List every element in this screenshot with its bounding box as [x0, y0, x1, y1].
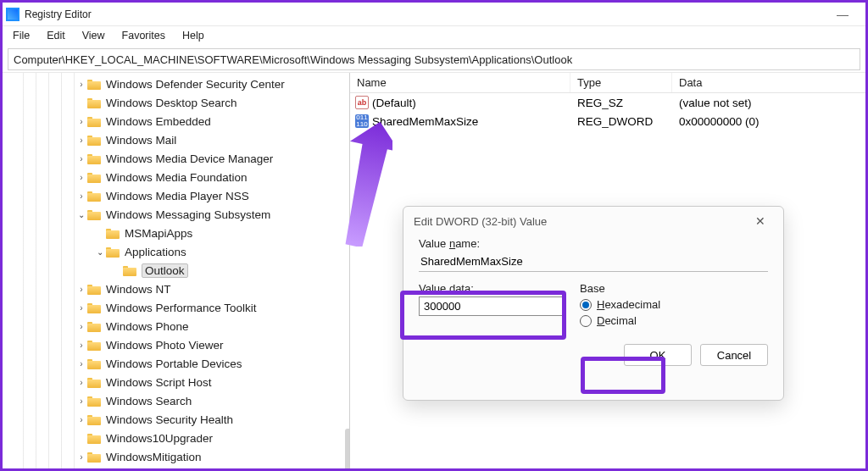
menu-favorites[interactable]: Favorites — [114, 28, 174, 43]
tree-pane: ›Windows Defender Security CenterWindows… — [3, 73, 350, 471]
menu-help[interactable]: Help — [174, 28, 213, 43]
value-name-label: Value name: — [419, 237, 768, 252]
tree-item[interactable]: ›Windows Photo Viewer — [3, 335, 349, 354]
tree-item[interactable]: ›Windows Defender Security Center — [3, 75, 349, 93]
tree-item[interactable]: ›Windows Media Foundation — [3, 168, 349, 186]
tree-item[interactable]: ›Windows Embedded — [3, 112, 349, 130]
edit-dword-dialog: Edit DWORD (32-bit) Value ✕ Value name: … — [403, 206, 784, 401]
value-name: SharedMemMaxSize — [372, 115, 478, 128]
chevron-right-icon[interactable]: › — [75, 136, 87, 145]
folder-icon — [106, 227, 121, 239]
ok-button[interactable]: OK — [624, 344, 692, 366]
tree-item-label: Windows Mail — [106, 134, 176, 147]
value-row[interactable]: 011110SharedMemMaxSizeREG_DWORD0x0000000… — [350, 112, 865, 130]
tree-item-label: Windows Security Health — [106, 413, 233, 426]
tree-item[interactable]: ›WindowsMitigation — [3, 447, 349, 466]
value-row[interactable]: ab(Default)REG_SZ(value not set) — [350, 93, 865, 112]
folder-icon — [87, 190, 103, 202]
col-name-header[interactable]: Name — [350, 73, 570, 92]
base-group-label: Base — [580, 282, 660, 295]
radio-decimal[interactable]: Decimal — [580, 314, 660, 327]
tree-item[interactable]: ›Windows Security Health — [3, 410, 349, 429]
chevron-right-icon[interactable]: › — [75, 322, 87, 331]
menu-view[interactable]: View — [74, 28, 114, 43]
tree-item[interactable]: MSMapiApps — [3, 224, 349, 242]
folder-icon — [87, 152, 103, 164]
folder-icon — [87, 171, 103, 183]
folder-icon — [106, 246, 121, 258]
chevron-right-icon[interactable]: › — [75, 341, 87, 350]
tree-item-label: Outlook — [142, 263, 188, 278]
tree-item[interactable]: ›Windows Search — [3, 391, 349, 410]
tree-item[interactable]: ›Windows Media Player NSS — [3, 186, 349, 205]
value-name: (Default) — [372, 97, 416, 109]
tree-item[interactable]: ›Windows Portable Devices — [3, 354, 349, 373]
tree-item[interactable]: ›Windows Performance Toolkit — [3, 298, 349, 317]
tree-item-label: Windows Photo Viewer — [106, 339, 224, 352]
folder-icon — [87, 78, 103, 90]
folder-icon — [87, 413, 103, 425]
col-data-header[interactable]: Data — [672, 73, 865, 92]
folder-icon — [87, 376, 103, 388]
menu-edit[interactable]: Edit — [38, 28, 74, 43]
tree-item-label: Windows Script Host — [106, 376, 212, 389]
chevron-right-icon[interactable]: › — [75, 303, 87, 313]
app-icon — [6, 8, 19, 21]
tree-item-label: WindowsMitigation — [106, 451, 202, 463]
title-bar: Registry Editor — — [3, 3, 865, 26]
folder-icon — [123, 264, 138, 276]
chevron-right-icon[interactable]: › — [75, 285, 87, 294]
registry-tree[interactable]: ›Windows Defender Security CenterWindows… — [3, 73, 349, 471]
chevron-right-icon[interactable]: › — [75, 415, 87, 424]
tree-item[interactable]: ⌄Windows Messaging Subsystem — [3, 205, 349, 224]
menu-file[interactable]: File — [4, 28, 38, 43]
value-data-label: Value data: — [419, 282, 563, 296]
dialog-title: Edit DWORD (32-bit) Value — [414, 215, 547, 228]
tree-item[interactable]: Outlook — [3, 261, 349, 280]
tree-item[interactable]: ›Windows Script Host — [3, 373, 349, 391]
tree-item[interactable]: ›Windows Phone — [3, 317, 349, 335]
chevron-right-icon[interactable]: › — [75, 396, 87, 406]
dword-value-icon: 011110 — [355, 114, 369, 128]
tree-item[interactable]: ⌄Applications — [3, 242, 349, 261]
tree-item[interactable]: Windows Desktop Search — [3, 93, 349, 112]
value-type: REG_SZ — [570, 97, 672, 109]
value-data: 0x00000000 (0) — [672, 115, 865, 128]
chevron-right-icon[interactable]: › — [75, 378, 87, 387]
radio-hexadecimal[interactable]: Hexadecimal — [580, 298, 660, 311]
folder-icon — [87, 395, 103, 407]
list-body: ab(Default)REG_SZ(value not set)011110Sh… — [350, 93, 865, 130]
chevron-right-icon[interactable]: › — [75, 452, 87, 462]
folder-icon — [87, 134, 103, 146]
tree-item-label: Windows NT — [106, 283, 171, 296]
chevron-right-icon[interactable]: › — [75, 173, 87, 182]
chevron-right-icon[interactable]: › — [75, 359, 87, 368]
address-bar[interactable]: Computer\HKEY_LOCAL_MACHINE\SOFTWARE\Mic… — [8, 48, 860, 70]
chevron-right-icon[interactable]: › — [75, 191, 87, 201]
tree-item-label: Windows Defender Security Center — [106, 78, 285, 91]
cancel-button[interactable]: Cancel — [700, 344, 768, 366]
tree-item-label: Windows Search — [106, 395, 192, 407]
value-data-input[interactable] — [419, 296, 563, 316]
chevron-right-icon[interactable]: › — [75, 154, 87, 163]
tree-item[interactable]: ›Windows Media Device Manager — [3, 149, 349, 168]
tree-item[interactable]: ›Windows NT — [3, 280, 349, 298]
chevron-down-icon[interactable]: ⌄ — [75, 210, 87, 219]
chevron-right-icon[interactable]: › — [75, 117, 87, 126]
close-icon[interactable]: ✕ — [748, 214, 773, 228]
value-name-field — [419, 252, 768, 272]
radio-icon — [580, 299, 592, 311]
tree-item-label: Windows Portable Devices — [106, 357, 242, 370]
tree-item[interactable]: ›Windows Mail — [3, 130, 349, 149]
tree-item[interactable]: ›WindowsRuntime — [3, 466, 349, 471]
chevron-right-icon[interactable]: › — [75, 80, 87, 89]
tree-item-label: Windows Desktop Search — [106, 97, 237, 109]
tree-item[interactable]: Windows10Upgrader — [3, 429, 349, 447]
minimize-button[interactable]: — — [823, 8, 862, 21]
folder-icon — [87, 357, 103, 369]
folder-icon — [87, 283, 103, 295]
list-header: Name Type Data — [350, 73, 865, 93]
col-type-header[interactable]: Type — [570, 73, 672, 92]
tree-item-label: Windows Performance Toolkit — [106, 302, 257, 314]
chevron-down-icon[interactable]: ⌄ — [94, 247, 106, 257]
